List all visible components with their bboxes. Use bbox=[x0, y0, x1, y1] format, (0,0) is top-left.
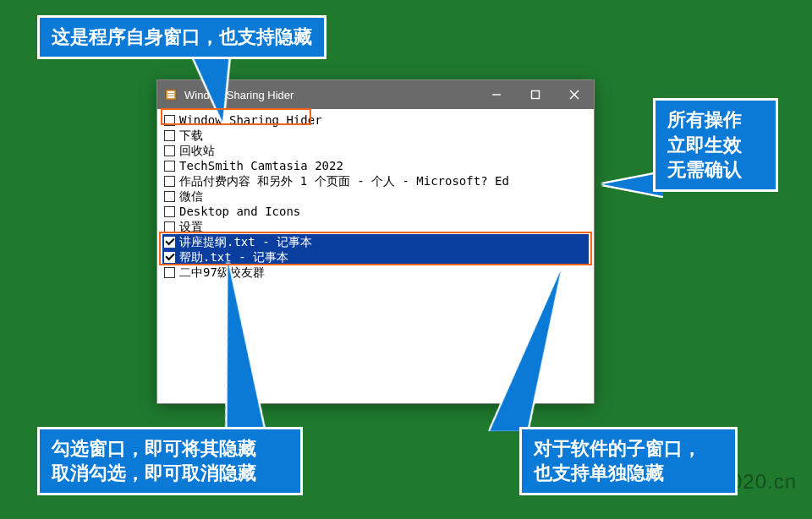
list-item-label: TechSmith Camtasia 2022 bbox=[179, 158, 343, 173]
checkbox[interactable] bbox=[164, 252, 175, 263]
app-icon bbox=[164, 88, 178, 101]
checkbox[interactable] bbox=[164, 237, 175, 248]
list-item-label: 回收站 bbox=[179, 143, 215, 158]
list-item[interactable]: Desktop and Icons bbox=[162, 204, 589, 219]
svg-rect-2 bbox=[167, 94, 174, 96]
checkbox[interactable] bbox=[164, 115, 175, 126]
maximize-button[interactable] bbox=[516, 80, 555, 109]
checkbox[interactable] bbox=[164, 161, 175, 172]
minimize-button[interactable] bbox=[477, 80, 516, 109]
svg-rect-1 bbox=[167, 91, 174, 93]
svg-rect-3 bbox=[167, 96, 174, 98]
checkbox[interactable] bbox=[164, 130, 175, 141]
checkbox[interactable] bbox=[164, 191, 175, 202]
callout-bottom-right: 对于软件的子窗口， 也支持单独隐藏 bbox=[519, 427, 738, 495]
list-item[interactable]: 设置 bbox=[162, 219, 589, 234]
list-item-label: 设置 bbox=[179, 219, 203, 234]
checkbox[interactable] bbox=[164, 221, 175, 232]
checkbox[interactable] bbox=[164, 145, 175, 156]
list-item-label: 下载 bbox=[179, 128, 203, 143]
window-list[interactable]: Window Sharing Hider下载回收站TechSmith Camta… bbox=[157, 109, 594, 283]
checkbox[interactable] bbox=[164, 267, 175, 278]
callout-right: 所有操作 立即生效 无需确认 bbox=[653, 98, 778, 192]
list-item-label: 微信 bbox=[179, 188, 203, 204]
list-item-label: Desktop and Icons bbox=[179, 204, 300, 219]
list-item-label: 讲座提纲.txt - 记事本 bbox=[179, 234, 312, 249]
list-item-label: Window Sharing Hider bbox=[179, 112, 322, 128]
svg-rect-5 bbox=[532, 91, 540, 99]
callout-top: 这是程序自身窗口，也支持隐藏 bbox=[37, 15, 326, 59]
list-item[interactable]: 作品付费内容 和另外 1 个页面 - 个人 - Microsoft? Ed bbox=[162, 173, 589, 188]
callout-bottom-left: 勾选窗口，即可将其隐藏 取消勾选，即可取消隐藏 bbox=[37, 427, 303, 495]
list-item[interactable]: 微信 bbox=[162, 188, 589, 204]
checkbox[interactable] bbox=[164, 176, 175, 187]
list-item[interactable]: TechSmith Camtasia 2022 bbox=[162, 158, 589, 173]
list-item[interactable]: 回收站 bbox=[162, 143, 589, 158]
list-item[interactable]: 讲座提纲.txt - 记事本 bbox=[162, 234, 589, 249]
list-item[interactable]: 下载 bbox=[162, 128, 589, 143]
list-item-label: 作品付费内容 和另外 1 个页面 - 个人 - Microsoft? Ed bbox=[179, 173, 509, 188]
checkbox[interactable] bbox=[164, 206, 175, 217]
close-button[interactable] bbox=[555, 80, 594, 109]
